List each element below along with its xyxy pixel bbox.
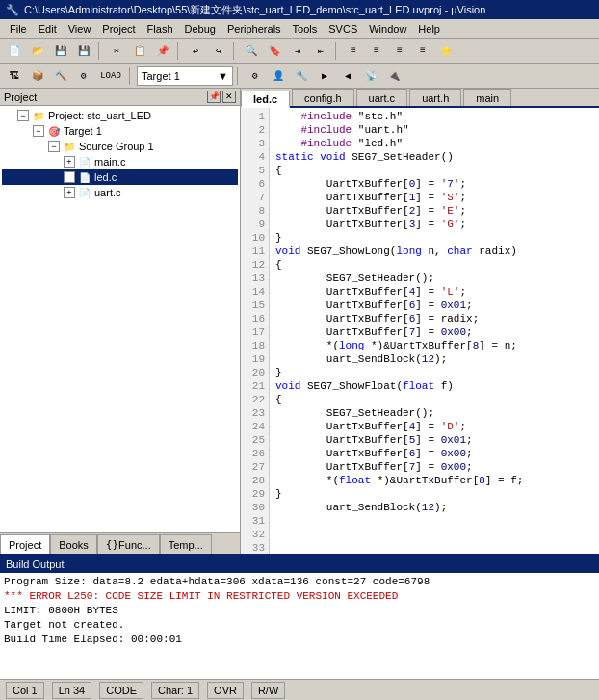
panel-close-btn[interactable]: ✕ [222,91,236,103]
panel-pin-btn[interactable]: 📌 [207,91,221,103]
panel-tab-func[interactable]: {} Func... [97,534,160,554]
btn-save-all[interactable]: 💾 [73,41,94,61]
tree-item-source-group[interactable]: − 📁 Source Group 1 [2,139,238,154]
btn-outdent[interactable]: ⇤ [310,41,331,61]
target-icon: 🎯 [46,124,62,138]
col-label: Col 1 [13,685,38,696]
sep-3 [233,42,237,60]
expand-led-c-icon[interactable]: + [64,171,75,183]
status-bar: Col 1 Ln 34 CODE Char: 1 OVR R/W [0,679,599,700]
btn-indent[interactable]: ⇥ [287,41,308,61]
menu-project[interactable]: Project [96,21,141,37]
menu-peripherals[interactable]: Peripherals [221,21,287,37]
status-row: Ln 34 [52,682,92,699]
code-content[interactable]: #include "stc.h" #include "uart.h" #incl… [270,108,599,554]
btn-d1[interactable]: ⚙ [245,66,266,86]
char-label: Char: 1 [158,685,193,696]
toolbar-1: 📄 📂 💾 💾 ✂ 📋 📌 ↩ ↪ 🔍 🔖 ⇥ ⇤ ≡ ≡ ≡ ≡ ⭐ [0,39,599,64]
rw-label: R/W [258,685,278,696]
btn-copy[interactable]: 📋 [129,41,150,61]
expand-main-c-icon[interactable]: + [64,156,75,168]
expand-group-icon[interactable]: − [48,141,60,152]
tree-item-project[interactable]: − 📁 Project: stc_uart_LED [2,108,238,123]
tree-item-main-c[interactable]: + 📄 main.c [2,154,238,169]
build-header: Build Output [0,556,599,573]
sep-6 [237,67,241,85]
btn-misc4[interactable]: ≡ [412,41,433,61]
tab-uart-h[interactable]: uart.h [409,89,461,106]
code-label: CODE [106,685,137,696]
btn-new[interactable]: 📄 [4,41,25,61]
btn-t4[interactable]: ⚙ [73,66,94,86]
file-icon: 📄 [77,155,92,169]
btn-misc2[interactable]: ≡ [366,41,387,61]
btn-misc3[interactable]: ≡ [389,41,410,61]
tab-uart-c-label: uart.c [369,92,396,104]
btn-misc5[interactable]: ⭐ [435,41,456,61]
btn-d2[interactable]: 👤 [268,66,289,86]
expand-uart-c-icon[interactable]: + [64,187,75,198]
sep-2 [177,42,181,60]
tree-item-target[interactable]: − 🎯 Target 1 [2,123,238,139]
btn-misc1[interactable]: ≡ [343,41,364,61]
btn-d5[interactable]: ◀ [337,66,358,86]
menu-debug[interactable]: Debug [179,21,221,37]
tab-config-h[interactable]: config.h [292,89,354,106]
menu-tools[interactable]: Tools [287,21,324,37]
tab-main-label: main [476,92,499,104]
file-icon: 📄 [77,170,92,184]
btn-d3[interactable]: 🔧 [291,66,312,86]
tree-item-led-c[interactable]: + 📄 led.c [2,169,238,185]
project-panel: Project 📌 ✕ − 📁 Project: stc_uart_LED − … [0,89,241,554]
btn-bookmark[interactable]: 🔖 [264,41,285,61]
btn-t3[interactable]: 🔨 [50,66,71,86]
menu-file[interactable]: File [4,21,33,37]
target-label: Target 1 [64,125,102,137]
expand-target-icon[interactable]: − [33,125,44,137]
btn-cut[interactable]: ✂ [106,41,127,61]
target-dropdown[interactable]: Target 1 ▼ [137,66,233,86]
btn-save[interactable]: 💾 [50,41,71,61]
btn-t2[interactable]: 📦 [27,66,48,86]
panel-tab-project[interactable]: Project [0,534,50,554]
btn-d4[interactable]: ▶ [314,66,335,86]
btn-d7[interactable]: 🔌 [383,66,404,86]
btn-undo[interactable]: ↩ [185,41,206,61]
menu-help[interactable]: Help [412,21,446,37]
expand-project-icon[interactable]: − [17,110,29,121]
led-c-label: led.c [94,171,117,183]
btn-paste[interactable]: 📌 [152,41,173,61]
btn-redo[interactable]: ↪ [208,41,229,61]
panel-header: Project 📌 ✕ [0,89,240,106]
tree-item-uart-c[interactable]: + 📄 uart.c [2,185,238,200]
panel-tab-temp[interactable]: Temp... [160,534,212,554]
sep-5 [129,67,133,85]
btn-find[interactable]: 🔍 [241,41,262,61]
main-area: Project 📌 ✕ − 📁 Project: stc_uart_LED − … [0,89,599,554]
menu-svcs[interactable]: SVCS [323,21,363,37]
panel-title: Project [4,91,37,103]
btn-d6[interactable]: 📡 [360,66,381,86]
panel-tab-temp-label: Temp... [169,539,203,551]
target-label: Target 1 [142,70,180,82]
btn-open[interactable]: 📂 [27,41,48,61]
tree-content: − 📁 Project: stc_uart_LED − 🎯 Target 1 −… [0,106,240,532]
menu-window[interactable]: Window [363,21,412,37]
build-output: Build Output Program Size: data=8.2 edat… [0,554,599,679]
menu-edit[interactable]: Edit [33,21,63,37]
btn-t1[interactable]: 🏗 [4,66,25,86]
tabs-bar: led.c config.h uart.c uart.h main [241,89,599,108]
tab-led-c[interactable]: led.c [241,91,290,108]
code-area[interactable]: 1234567891011121314151617181920212223242… [241,108,599,554]
panel-tab-books[interactable]: Books [50,534,97,554]
status-col: Col 1 [6,682,44,699]
folder-icon: 📁 [62,140,77,153]
btn-load[interactable]: LOAD [96,66,125,86]
menu-bar: File Edit View Project Flash Debug Perip… [0,19,599,39]
tab-uart-c[interactable]: uart.c [356,89,408,106]
file-icon: 📄 [77,186,92,199]
menu-view[interactable]: View [63,21,97,37]
tab-main[interactable]: main [463,89,511,106]
menu-flash[interactable]: Flash [142,21,179,37]
build-title: Build Output [6,558,65,570]
